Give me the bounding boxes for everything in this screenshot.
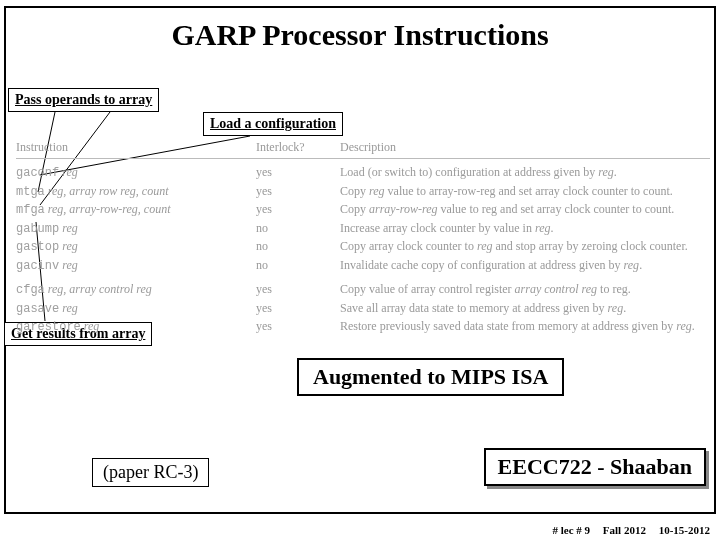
table-row: gacinv regnoInvalidate cache copy of con… <box>16 258 710 274</box>
paper-ref: (paper RC-3) <box>92 458 209 487</box>
table-row: mfga reg, array-row-reg, countyesCopy ar… <box>16 202 710 218</box>
table-row: gasave regyesSave all array data state t… <box>16 301 710 317</box>
course-box: EECC722 - Shaaban <box>484 448 706 486</box>
callout-pass-operands: Pass operands to array <box>8 88 159 112</box>
page-title: GARP Processor Instructions <box>0 18 720 52</box>
col-interlock: Interlock? <box>256 140 340 155</box>
callout-load-config: Load a configuration <box>203 112 343 136</box>
table-separator <box>16 158 710 159</box>
footer-lec: # lec # 9 <box>553 524 591 536</box>
table-header: Instruction Interlock? Description <box>16 140 710 155</box>
table-row: gastop regnoCopy array clock counter to … <box>16 239 710 255</box>
table-row: garestore regyesRestore previously saved… <box>16 319 710 335</box>
col-description: Description <box>340 140 710 155</box>
table-body: gaconf regyesLoad (or switch to) configu… <box>16 165 710 335</box>
footer-date: 10-15-2012 <box>659 524 710 536</box>
table-row: gabump regnoIncrease array clock counter… <box>16 221 710 237</box>
callout-pass-label: Pass operands to array <box>15 92 152 107</box>
footer: # lec # 9 Fall 2012 10-15-2012 <box>543 524 711 536</box>
footer-term: Fall 2012 <box>603 524 646 536</box>
augmented-box: Augmented to MIPS ISA <box>297 358 564 396</box>
table-row: cfga reg, array control regyesCopy value… <box>16 282 710 298</box>
table-row: mtga reg, array row reg, countyesCopy re… <box>16 184 710 200</box>
instruction-table: Instruction Interlock? Description gacon… <box>16 140 710 338</box>
col-instruction: Instruction <box>16 140 256 155</box>
table-row: gaconf regyesLoad (or switch to) configu… <box>16 165 710 181</box>
callout-load-label: Load a configuration <box>210 116 336 131</box>
